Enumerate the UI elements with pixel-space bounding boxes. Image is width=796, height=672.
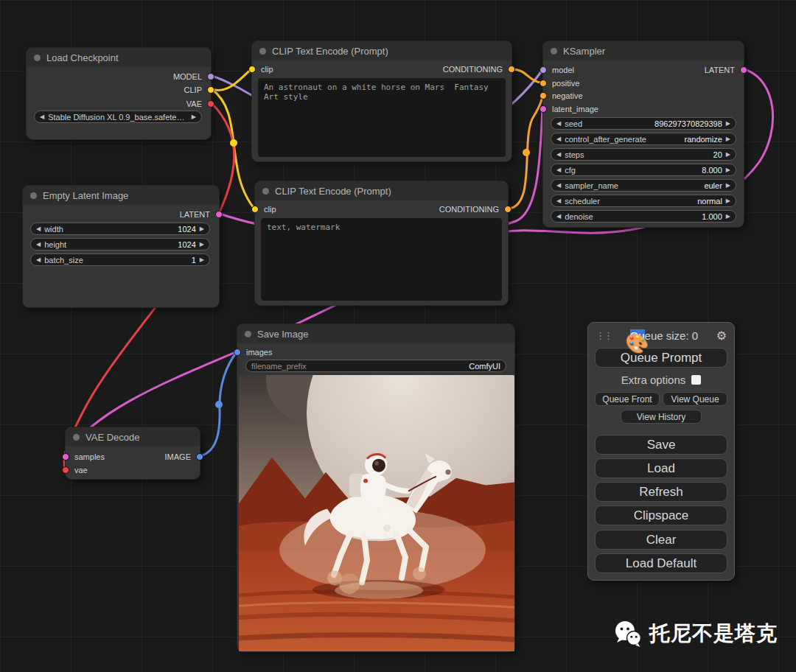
decrement-icon[interactable]: ◀ — [36, 257, 41, 263]
vae-input-slot[interactable] — [62, 466, 69, 474]
increment-icon[interactable]: ▶ — [200, 226, 204, 232]
denoise-widget[interactable]: ◀ denoise 1.000 ▶ — [551, 210, 736, 223]
extra-options-checkbox[interactable] — [691, 375, 701, 385]
conditioning-output-label: CONDITIONING — [439, 205, 499, 214]
decrement-icon[interactable]: ◀ — [36, 242, 41, 248]
latent-output-label: LATENT — [180, 210, 210, 219]
widget-label: cfg — [565, 166, 576, 175]
increment-icon[interactable]: ▶ — [726, 183, 730, 189]
increment-icon[interactable]: ▶ — [726, 121, 730, 127]
latent-image-input-slot[interactable] — [540, 105, 547, 113]
conditioning-output-slot[interactable] — [508, 66, 515, 73]
latent-output-slot[interactable] — [740, 66, 747, 74]
node-ksampler[interactable]: KSampler model positive negative latent_… — [542, 41, 744, 228]
node-save-image[interactable]: Save Image images filename_prefix ComfyU… — [237, 323, 515, 652]
view-queue-button[interactable]: View Queue — [663, 392, 727, 406]
clear-button[interactable]: Clear — [595, 530, 727, 550]
prompt-text-area[interactable]: An astronaut on a white horse on Mars Fa… — [258, 78, 506, 157]
increment-icon[interactable]: ▶ — [200, 257, 204, 263]
decrement-icon[interactable]: ◀ — [556, 136, 561, 142]
images-input-slot[interactable] — [234, 349, 241, 356]
node-titlebar[interactable]: CLIP Text Encode (Prompt) — [255, 181, 508, 200]
batch-size-widget[interactable]: ◀ batch_size 1 ▶ — [30, 253, 210, 266]
watermark: 托尼不是塔克 — [613, 619, 778, 648]
sampler-name-widget[interactable]: ◀ sampler_name euler ▶ — [551, 179, 736, 192]
queue-prompt-button[interactable]: Queue Prompt — [595, 348, 727, 368]
widget-label: control_after_generate — [565, 135, 646, 144]
widget-value: ComfyUI — [469, 362, 500, 371]
decrement-icon[interactable]: ◀ — [556, 167, 561, 173]
clip-input-slot[interactable] — [248, 66, 256, 73]
collapse-dot-icon[interactable] — [551, 48, 557, 55]
scheduler-widget[interactable]: ◀ scheduler normal ▶ — [551, 195, 736, 207]
decrement-icon[interactable]: ◀ — [556, 152, 561, 158]
node-empty-latent-image[interactable]: Empty Latent Image LATENT ◀ width 1024 ▶… — [22, 185, 220, 308]
width-widget[interactable]: ◀ width 1024 ▶ — [30, 223, 210, 235]
decrement-icon[interactable]: ◀ — [556, 183, 561, 189]
filename-prefix-widget[interactable]: filename_prefix ComfyUI — [245, 360, 506, 372]
collapse-dot-icon[interactable] — [262, 188, 269, 195]
node-titlebar[interactable]: KSampler — [543, 41, 744, 60]
collapse-dot-icon[interactable] — [30, 192, 37, 199]
collapse-dot-icon[interactable] — [259, 48, 266, 55]
save-button[interactable]: Save — [595, 435, 727, 455]
decrement-icon[interactable]: ◀ — [556, 198, 561, 204]
node-load-checkpoint[interactable]: Load Checkpoint MODEL CLIP VAE ◀ Stable … — [26, 47, 212, 140]
comfyui-canvas[interactable]: Load Checkpoint MODEL CLIP VAE ◀ Stable … — [0, 0, 796, 672]
ckpt-name-value: Stable Diffusion XL 0.9_base.safetensors — [48, 113, 188, 122]
load-button[interactable]: Load — [595, 458, 727, 478]
positive-input-slot[interactable] — [540, 80, 547, 87]
drag-handle-icon[interactable]: ⋮⋮ — [596, 330, 612, 341]
clipspace-button[interactable]: Clipspace — [595, 505, 727, 525]
clip-input-slot[interactable] — [251, 206, 259, 213]
steps-widget[interactable]: ◀ steps 20 ▶ — [551, 148, 736, 161]
increment-icon[interactable]: ▶ — [200, 242, 204, 248]
widget-value: normal — [697, 197, 722, 206]
queue-front-button[interactable]: Queue Front — [595, 392, 660, 406]
next-value-icon[interactable]: ▶ — [192, 114, 196, 120]
node-titlebar[interactable]: CLIP Text Encode (Prompt) — [252, 41, 512, 60]
samples-input-label: samples — [74, 452, 105, 461]
node-clip-text-encode-negative[interactable]: CLIP Text Encode (Prompt) clip CONDITION… — [254, 181, 509, 306]
height-widget[interactable]: ◀ height 1024 ▶ — [30, 238, 210, 251]
samples-input-slot[interactable] — [62, 453, 69, 461]
collapse-dot-icon[interactable] — [34, 55, 41, 61]
wire-junction-clip — [230, 139, 237, 147]
collapse-dot-icon[interactable] — [73, 434, 80, 441]
increment-icon[interactable]: ▶ — [726, 214, 730, 220]
vae-output-slot[interactable] — [207, 100, 214, 108]
queue-panel-header: ⋮⋮ Queue size: 0 ⚙ — [588, 327, 734, 343]
node-vae-decode[interactable]: VAE Decode samples vae IMAGE — [65, 427, 200, 480]
decrement-icon[interactable]: ◀ — [36, 226, 41, 232]
decrement-icon[interactable]: ◀ — [556, 121, 561, 127]
prompt-text-area[interactable]: text, watermark — [261, 218, 502, 301]
ckpt-name-widget[interactable]: ◀ Stable Diffusion XL 0.9_base.safetenso… — [34, 111, 202, 123]
clip-output-slot[interactable] — [207, 86, 214, 94]
prev-value-icon[interactable]: ◀ — [40, 114, 44, 120]
view-history-button[interactable]: View History — [621, 410, 702, 424]
image-output-slot[interactable] — [196, 453, 203, 461]
increment-icon[interactable]: ▶ — [726, 136, 730, 142]
conditioning-output-slot[interactable] — [504, 206, 512, 213]
load-default-button[interactable]: Load Default — [595, 553, 727, 573]
node-titlebar[interactable]: Empty Latent Image — [23, 186, 219, 205]
collapse-dot-icon[interactable] — [245, 331, 251, 337]
negative-input-slot[interactable] — [540, 92, 547, 99]
increment-icon[interactable]: ▶ — [726, 152, 730, 158]
seed-widget[interactable]: ◀ seed 896297370829398 ▶ — [551, 117, 736, 130]
node-titlebar[interactable]: VAE Decode — [66, 427, 200, 447]
node-titlebar[interactable]: Save Image — [237, 324, 514, 343]
cfg-widget[interactable]: ◀ cfg 8.000 ▶ — [551, 164, 736, 176]
refresh-button[interactable]: Refresh — [595, 482, 727, 502]
latent-output-slot[interactable] — [215, 211, 223, 218]
model-input-slot[interactable] — [540, 66, 547, 74]
increment-icon[interactable]: ▶ — [726, 167, 730, 173]
model-output-slot[interactable] — [207, 73, 214, 80]
model-output-label: MODEL — [173, 72, 202, 81]
decrement-icon[interactable]: ◀ — [556, 214, 561, 220]
gear-icon[interactable]: ⚙ — [716, 329, 727, 343]
node-titlebar[interactable]: Load Checkpoint — [27, 48, 211, 67]
node-clip-text-encode-positive[interactable]: CLIP Text Encode (Prompt) clip CONDITION… — [251, 41, 512, 162]
control-after-generate-widget[interactable]: ◀ control_after_generate randomize ▶ — [551, 133, 736, 145]
increment-icon[interactable]: ▶ — [726, 198, 730, 204]
